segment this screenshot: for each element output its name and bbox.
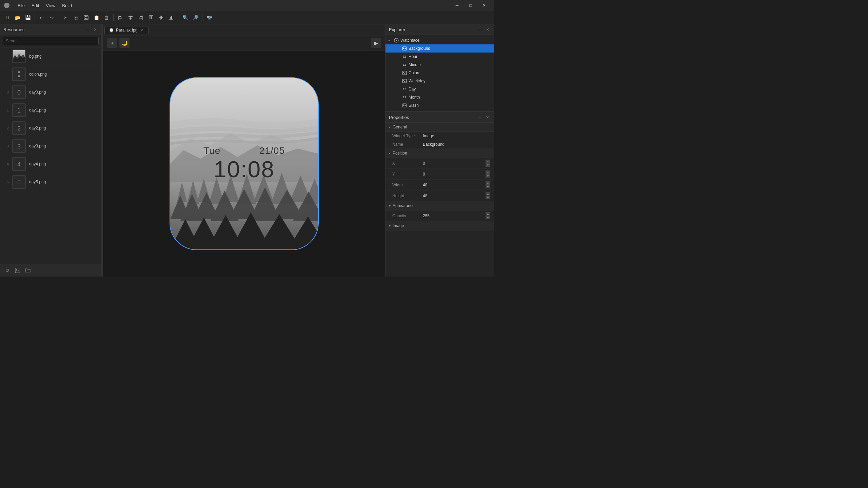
resources-title: Resources [3, 27, 24, 32]
list-item[interactable]: 4 4 day4.png [0, 155, 101, 173]
properties-close-btn[interactable]: ✕ [484, 114, 490, 120]
tree-item-day[interactable]: 12 Day [386, 85, 494, 93]
y-decrement-btn[interactable]: ▼ [486, 174, 490, 178]
menu-view[interactable]: View [43, 2, 58, 9]
explorer-minimize-btn[interactable]: — [477, 26, 483, 33]
image-icon [402, 46, 407, 51]
tree-label: Day [409, 87, 416, 92]
tree-item-hour[interactable]: 12 Hour [386, 53, 494, 61]
opacity-decrement-btn[interactable]: ▼ [486, 216, 490, 219]
search-input[interactable] [3, 37, 99, 45]
svg-text:12: 12 [403, 63, 406, 66]
redo-btn[interactable]: ↪ [47, 13, 57, 22]
image-section-header[interactable]: ▾ Image [386, 221, 494, 230]
explorer-title: Explorer [389, 27, 405, 32]
list-item[interactable]: 3 3 day3.png [0, 137, 101, 155]
list-item[interactable]: 1 1 day1.png [0, 101, 101, 119]
zoom-out-btn[interactable]: 🔎 [191, 13, 200, 22]
add-layer-btn[interactable]: + [107, 38, 117, 48]
toggle-dark-mode-btn[interactable]: 🌙 [119, 38, 130, 48]
number-icon: 12 [402, 95, 407, 100]
tree-item-minute[interactable]: 12 Minute [386, 61, 494, 69]
copy-btn[interactable]: ⎘ [71, 13, 81, 22]
properties-minimize-btn[interactable]: — [477, 114, 483, 120]
svg-rect-18 [160, 16, 161, 20]
height-increment-btn[interactable]: ▲ [486, 192, 490, 196]
tree-item-slash[interactable]: Slash [386, 101, 494, 109]
svg-point-71 [396, 40, 397, 41]
open-file-btn[interactable]: 📂 [13, 13, 22, 22]
x-value[interactable]: 0 [423, 161, 484, 166]
tab-parallax[interactable]: ⌚ Parallax.fprj ✕ [104, 26, 149, 34]
align-right-btn[interactable] [136, 13, 145, 22]
y-value[interactable]: 0 [423, 172, 484, 177]
paste-btn[interactable]: 📋 [92, 13, 101, 22]
add-folder-btn[interactable] [24, 266, 32, 274]
height-decrement-btn[interactable]: ▼ [486, 196, 490, 199]
tree-item-watchface[interactable]: ▾ Watchface [386, 36, 494, 44]
minimize-button[interactable]: ─ [452, 2, 462, 9]
width-increment-btn[interactable]: ▲ [486, 181, 490, 185]
appearance-section-header[interactable]: ▾ Appearance [386, 201, 494, 210]
window-controls: ─ □ ✕ [452, 2, 490, 9]
cut-btn[interactable]: ✂ [61, 13, 71, 22]
refresh-resources-btn[interactable]: ↺ [3, 266, 12, 274]
group-btn[interactable] [81, 13, 91, 22]
tree-item-weekday[interactable]: Weekday [386, 77, 494, 85]
new-file-btn[interactable]: 🗋 [3, 13, 12, 22]
svg-text:2: 2 [17, 125, 21, 132]
explorer-close-btn[interactable]: ✕ [485, 26, 491, 33]
menu-file[interactable]: File [15, 2, 27, 9]
toolbar-sep-2 [59, 14, 59, 21]
close-button[interactable]: ✕ [479, 2, 490, 9]
width-decrement-btn[interactable]: ▼ [486, 185, 490, 188]
align-middle-btn[interactable] [156, 13, 166, 22]
resource-name: day3.png [29, 144, 46, 148]
canvas-viewport[interactable]: Tue 21/05 10:08 [103, 50, 385, 277]
y-increment-btn[interactable]: ▲ [486, 170, 490, 174]
align-top-btn[interactable] [146, 13, 156, 22]
zoom-in-btn[interactable]: 🔍 [180, 13, 190, 22]
resource-thumbnail: 0 [12, 85, 26, 99]
menu-edit[interactable]: Edit [29, 2, 42, 9]
maximize-button[interactable]: □ [465, 2, 476, 9]
undo-btn[interactable]: ↩ [37, 13, 46, 22]
opacity-increment-btn[interactable]: ▲ [486, 212, 490, 216]
list-item[interactable]: 2 2 day2.png [0, 119, 101, 137]
tree-label: Weekday [409, 79, 426, 83]
align-bottom-btn[interactable] [166, 13, 176, 22]
add-image-resource-btn[interactable] [14, 266, 22, 274]
tree-item-month[interactable]: 12 Month [386, 93, 494, 101]
screenshot-btn[interactable]: 📷 [204, 13, 214, 22]
position-section-header[interactable]: ▾ Position [386, 149, 494, 158]
svg-rect-3 [85, 18, 86, 19]
opacity-value[interactable]: 255 [423, 214, 484, 218]
x-decrement-btn[interactable]: ▼ [486, 163, 490, 167]
align-center-v-btn[interactable] [126, 13, 135, 22]
watch-time: 10:08 [203, 157, 285, 180]
tree-item-colon[interactable]: Colon [386, 69, 494, 77]
width-value[interactable]: 48 [423, 183, 484, 187]
height-value[interactable]: 48 [423, 194, 484, 198]
svg-rect-9 [129, 16, 133, 17]
save-btn[interactable]: 💾 [23, 13, 33, 22]
delete-btn[interactable]: 🗑 [102, 13, 111, 22]
preview-btn[interactable]: ▶ [371, 38, 381, 48]
tab-close-btn[interactable]: ✕ [139, 28, 144, 33]
resource-name: day5.png [29, 180, 46, 184]
menu-build[interactable]: Build [59, 2, 75, 9]
list-item[interactable]: 5 5 day5.png [0, 173, 101, 191]
general-section-header[interactable]: ▾ General [386, 123, 494, 132]
resources-minimize-btn[interactable]: — [84, 26, 91, 33]
align-left-btn[interactable] [116, 13, 125, 22]
opacity-row: Opacity 255 ▲ ▼ [386, 210, 494, 221]
resource-index: 4 [3, 162, 9, 166]
list-item[interactable]: colon.png [0, 65, 101, 83]
toolbar-sep-5 [202, 14, 202, 21]
resources-close-btn[interactable]: ✕ [92, 26, 98, 33]
tree-item-background[interactable]: Background [386, 44, 494, 53]
list-item[interactable]: 0 0 day0.png [0, 83, 101, 101]
x-stepper: ▲ ▼ [486, 160, 490, 167]
list-item[interactable]: bg.png [0, 47, 101, 65]
x-increment-btn[interactable]: ▲ [486, 160, 490, 163]
